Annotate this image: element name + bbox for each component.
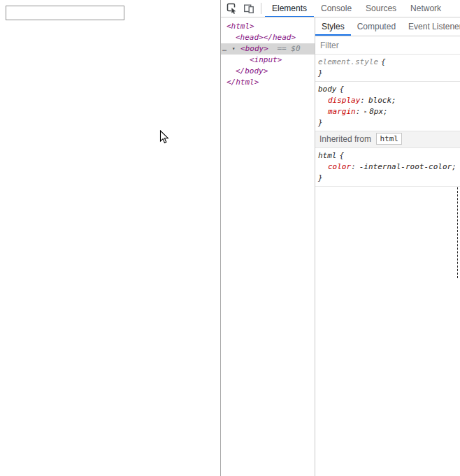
dom-node-head[interactable]: <head></head> [221,32,315,43]
expand-triangle-icon[interactable]: ▸ [364,108,367,115]
styles-filter-input[interactable] [320,41,455,50]
devtools-panel: Elements Console Sources Network <html> … [220,0,460,476]
rule-close-line: } [318,68,459,79]
rule-selector-line[interactable]: body{ [318,84,459,95]
tag-text: </html> [227,78,259,87]
tab-console[interactable]: Console [314,0,359,17]
tag-text: </body> [236,66,268,75]
tag-text: <html> [227,22,254,31]
open-brace: { [381,57,386,66]
element-style-rule: element.style{ } [315,55,460,82]
close-brace: } [318,118,323,127]
styles-filter-bar [315,36,460,55]
rule-close-line: } [318,173,459,184]
mouse-cursor-icon [159,130,169,144]
inherited-from-label: Inherited from [319,134,371,144]
tag-text: <body> [240,44,268,53]
tab-sources[interactable]: Sources [359,0,403,17]
css-property-color[interactable]: color:-internal-root-color; [318,161,459,173]
css-property-margin[interactable]: margin:▸8px; [318,106,459,117]
inspect-element-button[interactable] [224,0,240,17]
expand-arrow-icon[interactable]: ▾ [232,45,236,52]
dom-node-input[interactable]: <input> [221,55,315,66]
tab-network[interactable]: Network [403,0,448,17]
rule-selector: body [318,85,337,94]
toolbar-separator [261,3,261,14]
node-menu-dots-icon[interactable]: … [221,45,227,52]
dom-node-html-open[interactable]: <html> [221,21,315,32]
property-value: block; [368,96,396,105]
styles-sidebar: Styles Computed Event Listeners element.… [315,17,460,476]
property-name: color [328,162,351,171]
dom-node-html-close[interactable]: </html> [221,77,315,88]
body-rule: body{ display:block; margin:▸8px; } [315,82,460,131]
css-property-display[interactable]: display:block; [318,95,459,106]
property-value: 8px; [369,107,388,116]
open-brace: { [340,85,345,94]
colon: : [356,107,361,116]
colon: : [351,162,356,171]
property-name: margin [328,107,356,116]
close-brace: } [318,68,323,78]
rule-selector-line[interactable]: html{ [318,150,459,161]
device-toolbar-icon [243,3,254,14]
dom-node-body-close[interactable]: </body> [221,66,315,77]
tab-elements[interactable]: Elements [265,0,314,17]
colon: : [360,96,365,105]
open-brace: { [340,151,345,160]
tab-styles[interactable]: Styles [315,17,351,36]
html-rule: html{ color:-internal-root-color; } [315,148,460,187]
inspect-element-icon [227,3,238,14]
dollar-zero-marker: == $0 [277,44,300,53]
inherited-from-link[interactable]: html [376,133,402,145]
close-brace: } [318,173,323,182]
rule-close-line: } [318,117,459,129]
tag-text: <input> [250,55,282,64]
devtools-tab-bar: Elements Console Sources Network [265,0,448,17]
dom-tree: <html> <head></head> … ▾ <body> == $0 <i… [221,18,315,476]
property-name: display [328,96,360,105]
rule-selector: element.style [318,57,378,66]
inherited-from-bar: Inherited from html [315,131,460,148]
tab-event-listeners[interactable]: Event Listeners [402,17,460,36]
dashed-border-artifact [457,187,458,278]
property-value: -internal-root-color; [359,162,457,171]
rule-selector: html [318,151,337,160]
devtools-toolbar: Elements Console Sources Network [221,0,460,17]
dom-node-body-selected[interactable]: … ▾ <body> == $0 [221,43,315,55]
styles-tab-bar: Styles Computed Event Listeners [315,17,460,36]
tab-computed[interactable]: Computed [351,17,402,36]
rendered-page [0,0,220,476]
rule-selector-line[interactable]: element.style{ [318,57,459,68]
browser-window: Elements Console Sources Network <html> … [0,0,460,476]
toggle-device-toolbar-button[interactable] [240,0,257,17]
page-text-input[interactable] [6,6,124,20]
tag-text: <head></head> [236,33,296,42]
